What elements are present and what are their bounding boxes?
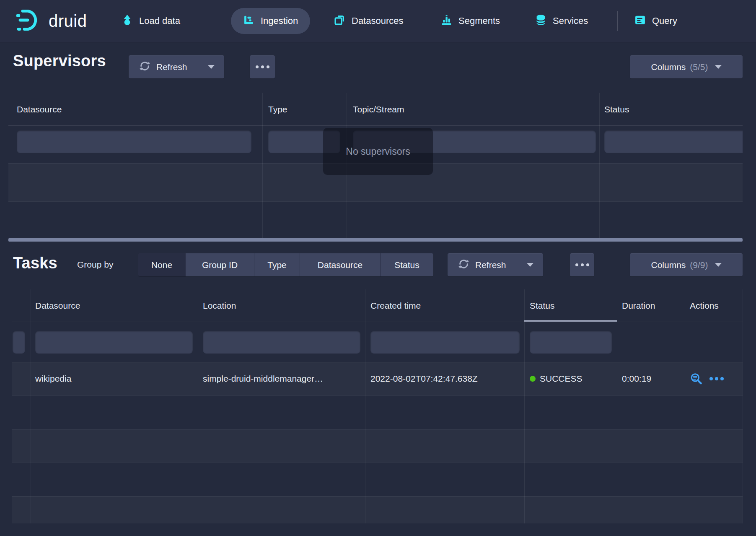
row-divider [12,496,743,497]
column-divider [198,289,198,523]
refresh-label: Refresh [475,260,506,270]
group-by-type-button[interactable]: Type [254,253,300,276]
columns-count: (9/9) [690,260,708,270]
columns-label: Columns [651,260,686,270]
row-divider [8,201,743,202]
druid-console: druid Load data Ingestion [0,0,756,536]
nav-label: Datasources [352,16,404,26]
table-row [12,429,743,463]
group-by-label: Group by [77,260,113,270]
table-row [12,496,743,523]
nav-label: Query [652,16,677,26]
tasks-more-button[interactable] [570,253,594,276]
row-divider [12,395,743,396]
datasources-icon [334,14,345,28]
supervisors-refresh-split-button: Refresh [129,55,224,78]
ingestion-icon [243,14,254,28]
row-divider [8,236,743,236]
navbar-divider [105,11,105,31]
chevron-down-icon [715,65,722,69]
tasks-refresh-button[interactable]: Refresh [448,258,517,272]
header-divider [12,322,743,322]
column-header-topic-stream[interactable]: Topic/Stream [353,104,404,114]
row-more-actions-icon[interactable] [709,377,724,380]
sort-indicator [524,320,617,322]
refresh-label: Refresh [156,62,187,72]
chevron-down-icon [208,65,215,69]
column-divider [524,289,525,523]
tasks-filter-location[interactable] [203,331,360,354]
chevron-down-icon [715,263,722,267]
column-header-datasource[interactable]: Datasource [35,301,80,311]
task-cell-location: simple-druid-middlemanager… [203,362,362,395]
group-by-group-id-button[interactable]: Group ID [185,253,254,276]
segments-icon [441,14,452,28]
task-cell-duration: 0:00:19 [622,362,681,395]
column-divider [599,93,600,238]
supervisors-table: Datasource Type Topic/Stream Status No s… [8,93,743,242]
group-by-datasource-button[interactable]: Datasource [300,253,380,276]
task-cell-status: SUCCESS [530,362,614,395]
nav-ingestion[interactable]: Ingestion [231,8,310,34]
columns-count: (5/5) [690,62,708,72]
supervisors-filter-datasource[interactable] [17,130,251,153]
more-icon [256,65,269,68]
column-header-actions[interactable]: Actions [690,301,719,311]
group-by-none-button[interactable]: None [138,253,185,276]
column-header-created-time[interactable]: Created time [370,301,421,311]
header-divider [8,125,743,126]
group-by-status-button[interactable]: Status [380,253,433,276]
column-header-location[interactable]: Location [203,301,236,311]
nav-services[interactable]: Services [535,0,588,42]
nav-label: Ingestion [261,16,298,26]
no-supervisors-message: No supervisors [323,128,433,175]
query-icon [634,14,646,28]
tasks-filter-status[interactable] [530,331,612,354]
tasks-title: Tasks [13,254,57,272]
nav-label: Services [553,16,588,26]
druid-wordmark: druid [49,12,87,31]
tasks-filter-datasource[interactable] [35,331,193,354]
column-header-status[interactable]: Status [530,301,555,311]
column-divider [31,289,31,523]
tasks-table: Datasource Location Created time Status … [12,289,743,523]
tasks-filter-created-time[interactable] [370,331,520,354]
nav-label: Load data [139,16,180,26]
column-divider [262,93,263,238]
refresh-icon [458,258,469,272]
column-divider [685,289,685,523]
druid-logo-icon [16,8,42,34]
supervisors-horizontal-scrollbar[interactable] [8,238,743,242]
tasks-columns-button[interactable]: Columns (9/9) [630,253,743,276]
nav-label: Segments [458,16,500,26]
navbar-divider [617,11,618,31]
supervisors-filter-status[interactable] [604,130,743,153]
supervisors-refresh-button[interactable]: Refresh [129,60,198,74]
task-cell-datasource: wikipedia [35,362,193,395]
row-divider [12,463,743,463]
nav-load-data[interactable]: Load data [122,0,180,42]
supervisors-columns-button[interactable]: Columns (5/5) [630,55,743,78]
nav-segments[interactable]: Segments [441,0,500,42]
group-by-button-group: None Group ID Type Datasource Status [138,253,433,276]
column-header-duration[interactable]: Duration [622,301,655,311]
supervisors-title: Supervisors [13,52,106,70]
druid-logo[interactable]: druid [16,0,87,42]
supervisors-refresh-dropdown-button[interactable] [198,65,224,69]
tasks-refresh-split-button: Refresh [448,253,543,276]
refresh-icon [139,60,150,74]
supervisors-more-button[interactable] [250,55,275,78]
status-success-dot [530,376,536,382]
view-logs-icon[interactable] [690,372,702,385]
more-icon [575,263,589,266]
column-header-datasource[interactable]: Datasource [17,104,62,114]
tasks-refresh-dropdown-button[interactable] [517,263,543,267]
column-header-status[interactable]: Status [604,104,629,114]
tasks-filter-task-id[interactable] [13,331,25,354]
nav-query[interactable]: Query [634,0,677,42]
row-divider [12,429,743,429]
services-icon [535,14,546,28]
nav-datasources[interactable]: Datasources [334,0,404,42]
column-header-type[interactable]: Type [268,104,287,114]
task-cell-actions [690,362,743,395]
